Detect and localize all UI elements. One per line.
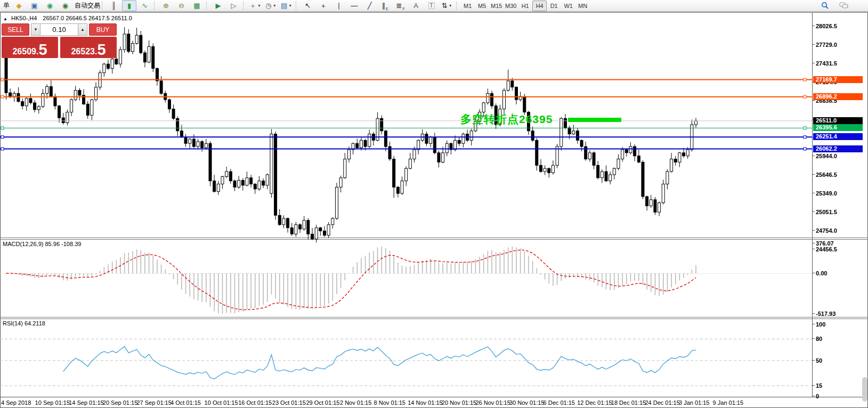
candlestick-icon[interactable]: ▮ — [122, 0, 136, 11]
timeframe-button-h4[interactable]: H4 — [532, 1, 547, 11]
volume-increase-button[interactable]: ▲ — [78, 23, 87, 36]
timeframe-button-m15[interactable]: M15 — [489, 1, 504, 11]
signals-icon[interactable]: ◉ — [43, 0, 57, 11]
templates-icon: ▤ — [281, 2, 287, 10]
search-icon[interactable] — [818, 0, 832, 11]
timeframe-button-m1[interactable]: M1 — [460, 1, 475, 11]
macd-signal-line — [6, 250, 696, 309]
hline-anchor[interactable] — [1, 78, 4, 81]
cursor-icon: ↖ — [305, 2, 311, 10]
sell-price-big-digit: 5 — [38, 43, 47, 56]
volume-input[interactable] — [40, 23, 78, 36]
periods-icon[interactable]: ◷▼ — [264, 0, 278, 11]
autotrading-icon[interactable]: ◉ — [58, 0, 72, 11]
hline-anchor[interactable] — [1, 148, 4, 150]
vertical-line-icon[interactable]: ∣ — [331, 0, 346, 11]
vertical-line-icon: ∣ — [337, 2, 340, 10]
zoom-in-icon[interactable]: ⊕ — [159, 0, 173, 11]
toolbar-separator — [102, 2, 104, 10]
text-icon[interactable]: A — [409, 0, 423, 11]
arrows-icon-dropdown[interactable]: ▼ — [449, 4, 452, 7]
toolbar-separator — [206, 2, 209, 10]
periods-icon-dropdown[interactable]: ▼ — [273, 4, 277, 7]
candlestick-icon: ▮ — [127, 2, 131, 10]
chat-icon[interactable] — [837, 0, 851, 11]
auto-scroll-icon: ▶ — [216, 2, 221, 10]
cursor-icon[interactable]: ↖ — [301, 0, 315, 11]
horizontal-line-icon: — — [351, 2, 358, 10]
hline-anchor[interactable] — [804, 78, 806, 81]
sell-price-main: 26509 — [12, 46, 36, 56]
label-icon: T — [428, 2, 435, 9]
sell-button[interactable]: SELL — [2, 23, 29, 36]
hline-anchor[interactable] — [804, 148, 806, 150]
new-order-icon[interactable]: ◆ — [12, 0, 26, 11]
templates-icon-dropdown[interactable]: ▼ — [288, 4, 292, 7]
crosshair-icon[interactable]: ＋ — [316, 0, 330, 11]
fibonacci-icon-sub: F — [402, 7, 404, 11]
top-toolbar: 单◆▣◉◉自动交易║▮∿⊕⊖▦▶▷＋▼◷▼▤▼↖＋∣—╱∥E≣FAT⇅▼M1M5… — [0, 0, 868, 12]
new-chart-icon[interactable]: ＋▼ — [248, 0, 263, 11]
hline-anchor[interactable] — [1, 127, 4, 129]
tile-windows-icon[interactable]: ▦ — [190, 0, 204, 11]
templates-icon[interactable]: ▤▼ — [279, 0, 294, 11]
arrows-icon: ⇅ — [442, 2, 448, 10]
text-icon: A — [413, 2, 418, 10]
channel-icon[interactable]: ∥E — [378, 0, 392, 11]
green-highlight-bar[interactable] — [568, 118, 621, 122]
crosshair-icon: ＋ — [320, 1, 327, 11]
trendline-icon[interactable]: ╱ — [362, 0, 377, 11]
chart-shift-icon[interactable]: ▷ — [226, 0, 241, 11]
chart-shift-icon: ▷ — [231, 2, 237, 10]
tile-windows-icon: ▦ — [193, 2, 200, 10]
arrows-icon[interactable]: ⇅▼ — [440, 0, 454, 11]
line-chart-icon: ∿ — [142, 2, 148, 10]
toolbar-separator — [154, 2, 157, 10]
channel-icon: ∥ — [382, 2, 386, 10]
fibonacci-icon[interactable]: ≣F — [393, 0, 408, 11]
label-icon[interactable]: T — [424, 0, 439, 11]
line-chart-icon[interactable]: ∿ — [137, 0, 152, 11]
new-chart-icon: ＋ — [249, 1, 256, 11]
hline-anchor[interactable] — [804, 95, 806, 98]
buy-price-big-digit: 5 — [97, 43, 106, 56]
timeframe-button-mn[interactable]: MN — [575, 1, 590, 11]
order-label[interactable]: 单 — [3, 1, 10, 10]
hline-anchor[interactable] — [804, 127, 806, 129]
buy-price-display[interactable]: 26523.5 — [60, 37, 117, 58]
timeframe-button-m30[interactable]: M30 — [504, 1, 518, 11]
new-chart-icon-dropdown[interactable]: ▼ — [257, 4, 261, 7]
hline-anchor[interactable] — [804, 136, 806, 138]
autotrading-label[interactable]: 自动交易 — [75, 1, 100, 10]
collapse-panel-arrow[interactable]: ▲ — [3, 17, 7, 21]
timeframe-button-m5[interactable]: M5 — [475, 1, 489, 11]
chart-window: 28026.527729.027431.527134.026836.526539… — [0, 12, 868, 408]
auto-scroll-icon[interactable]: ▶ — [211, 0, 225, 11]
one-click-trade-panel: SELL ▼ ▲ BUY 26509.5 26523.5 — [2, 23, 117, 58]
timeframe-button-h1[interactable]: H1 — [518, 1, 532, 11]
bar-chart-icon: ║ — [111, 2, 116, 10]
market-watch-icon[interactable]: ▣ — [27, 0, 42, 11]
volume-decrease-button[interactable]: ▼ — [31, 23, 40, 36]
rsi-line — [63, 347, 696, 379]
zoom-out-icon[interactable]: ⊖ — [174, 0, 189, 11]
toolbar-groups: 单◆▣◉◉自动交易║▮∿⊕⊖▦▶▷＋▼◷▼▤▼↖＋∣—╱∥E≣FAT⇅▼M1M5… — [2, 0, 590, 11]
timeframe-button-w1[interactable]: W1 — [561, 1, 575, 11]
hline-anchor[interactable] — [1, 136, 4, 138]
turning-point-annotation[interactable]: 多空转折点26395 — [460, 112, 553, 127]
chart-header: ▲ HK50-,H4 26567.0 26646.5 26417.5 26511… — [3, 15, 132, 21]
chart-canvas[interactable] — [0, 12, 868, 408]
fibonacci-icon: ≣ — [396, 2, 402, 10]
sell-price-display[interactable]: 26509.5 — [2, 37, 58, 58]
horizontal-line-icon[interactable]: — — [347, 0, 361, 11]
timeframe-button-d1[interactable]: D1 — [547, 1, 561, 11]
toolbar-separator — [296, 2, 298, 10]
bar-chart-icon[interactable]: ║ — [107, 0, 121, 11]
signals-icon: ◉ — [47, 2, 53, 10]
scrollbar-thumb[interactable] — [862, 377, 867, 402]
market-watch-icon: ▣ — [31, 2, 37, 10]
hline-anchor[interactable] — [1, 95, 4, 98]
channel-icon-sub: E — [386, 7, 388, 11]
buy-button[interactable]: BUY — [89, 23, 117, 36]
candles-layer — [5, 27, 697, 242]
